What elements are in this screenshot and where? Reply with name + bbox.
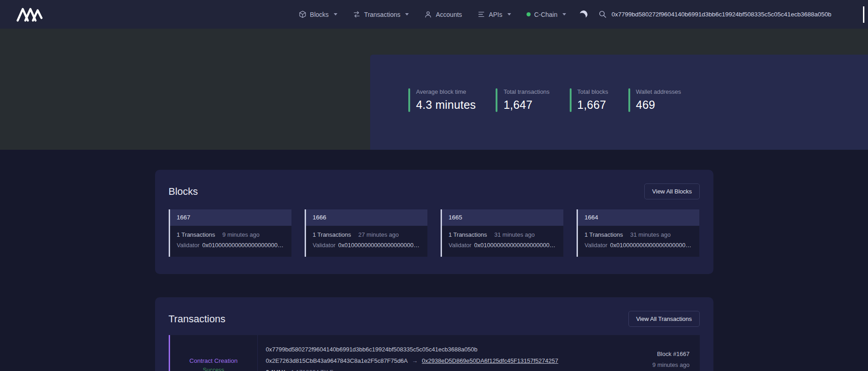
block-tx-count: 1 Transactions	[585, 231, 623, 238]
main-nav: Blocks Transactions Accounts	[299, 10, 566, 18]
transaction-fee[interactable]: 1.1718604 TX Fee	[291, 369, 340, 371]
block-number: 1664	[578, 209, 699, 226]
transactions-title: Transactions	[169, 313, 226, 325]
block-time: 27 minutes ago	[358, 231, 399, 238]
validator-address: 0x0100000000000000000000000...	[474, 242, 557, 249]
validator-label: Validator	[313, 242, 336, 249]
transactions-section-header: Transactions View All Transactions	[169, 311, 700, 327]
stat-value: 469	[636, 98, 681, 112]
block-body: 1 Transactions 31 minutes ago Validator …	[442, 226, 563, 257]
to-address-link[interactable]: 0x2938eD5D869e50DA6f125dfc45F13157f52742…	[422, 357, 558, 364]
transaction-status: Success	[203, 367, 224, 371]
transaction-addresses: 0x2E7263d815CbB43a9647843C8a1e2F5c87F75d…	[266, 357, 652, 364]
block-time: 31 minutes ago	[494, 231, 535, 238]
stat-accent-bar	[570, 88, 572, 112]
text-caret	[863, 6, 864, 23]
stat-total-blocks: Total blocks 1,667	[570, 88, 608, 112]
nav-chain-label: C-Chain	[534, 11, 557, 18]
transaction-meta: Block #1667 9 minutes ago	[652, 335, 700, 371]
main-content: Blocks View All Blocks 1667 1 Transactio…	[0, 150, 868, 371]
transaction-block-link[interactable]: Block #1667	[652, 351, 690, 357]
chain-status-dot-icon	[527, 12, 531, 16]
block-card[interactable]: 1664 1 Transactions 31 minutes ago Valid…	[577, 209, 699, 257]
chevron-down-icon	[334, 13, 337, 15]
block-tx-count: 1 Transactions	[313, 231, 351, 238]
blocks-cube-icon	[299, 10, 306, 18]
apis-list-icon	[477, 10, 485, 18]
blocks-row: 1667 1 Transactions 9 minutes ago Valida…	[169, 209, 700, 257]
stat-wallet-addresses: Wallet addresses 469	[628, 88, 681, 112]
blocks-title: Blocks	[169, 186, 198, 198]
transaction-amounts: 0 AVAX 1.1718604 TX Fee	[266, 369, 652, 371]
transactions-arrows-icon	[353, 10, 361, 18]
avalanche-logo-icon	[16, 7, 43, 22]
search-icon	[598, 10, 607, 19]
block-tx-count: 1 Transactions	[177, 231, 216, 238]
nav-apis-label: APIs	[489, 11, 502, 18]
validator-label: Validator	[585, 242, 607, 249]
blocks-section-header: Blocks View All Blocks	[169, 183, 700, 199]
transaction-row[interactable]: Contract Creation Success 0x7799bd580272…	[169, 335, 700, 371]
stat-value: 1,667	[577, 98, 608, 112]
block-body: 1 Transactions 27 minutes ago Validator …	[306, 226, 427, 257]
nav-item-apis[interactable]: APIs	[477, 10, 511, 18]
avalanche-logo[interactable]	[16, 7, 43, 22]
view-all-transactions-button[interactable]: View All Transactions	[628, 311, 700, 327]
stats-panel: Average block time 4.3 minutes Total tra…	[370, 55, 868, 150]
transaction-type: Contract Creation	[190, 357, 238, 364]
transaction-amount: 0 AVAX	[266, 369, 286, 371]
validator-label: Validator	[449, 242, 472, 249]
block-time: 31 minutes ago	[630, 231, 671, 238]
view-all-blocks-button[interactable]: View All Blocks	[644, 183, 699, 199]
transactions-section: Transactions View All Transactions Contr…	[155, 297, 713, 371]
nav-blocks-label: Blocks	[310, 11, 329, 18]
validator-address: 0x0100000000000000000000000...	[202, 242, 285, 249]
stat-accent-bar	[628, 88, 630, 112]
accounts-person-icon	[424, 10, 432, 18]
chevron-down-icon	[405, 13, 409, 15]
stat-label: Total blocks	[577, 88, 608, 95]
search-bar[interactable]: 0x7799bd580272f9604140b6991d3bb6c19924bf…	[598, 0, 864, 29]
block-number: 1666	[306, 209, 427, 226]
block-time: 9 minutes ago	[222, 231, 260, 238]
stat-total-transactions: Total transactions 1,647	[496, 88, 549, 112]
stat-label: Average block time	[416, 88, 476, 95]
search-input[interactable]: 0x7799bd580272f9604140b6991d3bb6c19924bf…	[612, 11, 831, 18]
block-number: 1667	[170, 209, 291, 226]
nav-accounts-label: Accounts	[436, 11, 462, 18]
block-card[interactable]: 1667 1 Transactions 9 minutes ago Valida…	[169, 209, 291, 257]
theme-toggle[interactable]	[580, 10, 587, 18]
validator-address: 0x0100000000000000000000000...	[338, 242, 421, 249]
nav-transactions-label: Transactions	[364, 11, 401, 18]
nav-item-blocks[interactable]: Blocks	[299, 10, 337, 18]
block-number: 1665	[442, 209, 563, 226]
stat-accent-bar	[496, 88, 497, 112]
moon-icon	[579, 10, 588, 19]
nav-item-transactions[interactable]: Transactions	[353, 10, 409, 18]
nav-item-chain-selector[interactable]: C-Chain	[527, 11, 566, 18]
from-address: 0x2E7263d815CbB43a9647843C8a1e2F5c87F75d…	[266, 357, 408, 364]
block-card[interactable]: 1665 1 Transactions 31 minutes ago Valid…	[441, 209, 563, 257]
transaction-type-badge: Contract Creation Success	[170, 335, 258, 371]
validator-address: 0x0100000000000000000000000...	[610, 242, 692, 249]
arrow-right-icon: →	[412, 357, 418, 364]
stat-accent-bar	[408, 88, 410, 112]
hero-section: Average block time 4.3 minutes Total tra…	[0, 29, 868, 150]
stat-value: 4.3 minutes	[416, 98, 476, 112]
stat-average-block-time: Average block time 4.3 minutes	[408, 88, 476, 112]
transaction-hash-link[interactable]: 0x7799bd580272f9604140b6991d3bb6c19924bf…	[266, 346, 652, 353]
block-body: 1 Transactions 31 minutes ago Validator …	[578, 226, 699, 257]
chevron-down-icon	[507, 13, 511, 15]
transaction-details: 0x7799bd580272f9604140b6991d3bb6c19924bf…	[258, 335, 652, 371]
block-card[interactable]: 1666 1 Transactions 27 minutes ago Valid…	[305, 209, 427, 257]
nav-item-accounts[interactable]: Accounts	[424, 10, 462, 18]
block-tx-count: 1 Transactions	[449, 231, 487, 238]
stat-label: Total transactions	[503, 88, 549, 95]
stat-label: Wallet addresses	[636, 88, 681, 95]
block-body: 1 Transactions 9 minutes ago Validator 0…	[170, 226, 291, 257]
validator-label: Validator	[177, 242, 200, 249]
top-navbar: Blocks Transactions Accounts	[0, 0, 868, 29]
blocks-section: Blocks View All Blocks 1667 1 Transactio…	[155, 170, 713, 274]
transaction-time: 9 minutes ago	[652, 361, 690, 368]
chevron-down-icon	[562, 13, 566, 15]
